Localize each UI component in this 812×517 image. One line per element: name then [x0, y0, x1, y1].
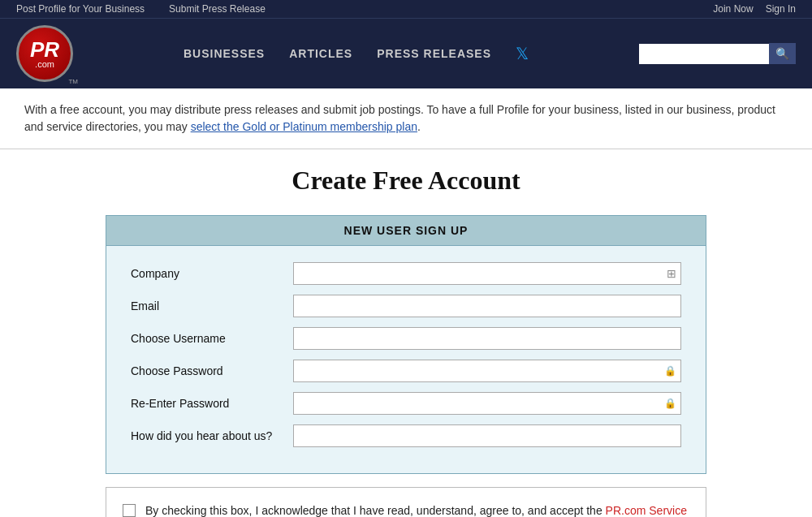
agreement-box: By checking this box, I acknowledge that… [106, 487, 706, 517]
username-row: Choose Username [131, 327, 681, 350]
form-header: NEW USER SIGN UP [106, 216, 706, 246]
username-label: Choose Username [131, 332, 293, 345]
password-label: Choose Password [131, 364, 293, 377]
nav-businesses[interactable]: BUSINESSES [184, 47, 265, 60]
join-now-link[interactable]: Join Now [713, 3, 753, 15]
password-input-wrapper: 🔒 [293, 360, 681, 382]
twitter-icon[interactable]: 𝕏 [516, 44, 529, 63]
email-input[interactable] [293, 295, 681, 317]
heardabout-row: How did you hear about us? [131, 424, 681, 447]
heardabout-input-wrapper [293, 424, 681, 447]
company-input[interactable] [293, 262, 681, 285]
search-button[interactable]: 🔍 [769, 43, 796, 64]
repassword-input-wrapper: 🔒 [293, 392, 681, 415]
top-nav-left: Post Profile for Your Business Submit Pr… [16, 3, 266, 15]
nav-articles[interactable]: ARTICLES [289, 47, 352, 60]
sign-in-link[interactable]: Sign In [766, 3, 796, 15]
post-profile-link[interactable]: Post Profile for Your Business [16, 3, 145, 15]
email-input-wrapper [293, 295, 681, 317]
info-bar: With a free account, you may distribute … [0, 88, 812, 149]
membership-link[interactable]: select the Gold or Platinum membership p… [191, 120, 417, 133]
info-text-after: . [417, 120, 421, 133]
page-title: Create Free Account [24, 166, 788, 196]
company-input-wrapper: ⊞ [293, 262, 681, 285]
submit-press-release-link[interactable]: Submit Press Release [169, 3, 266, 15]
top-nav-right: Join Now Sign In [713, 3, 796, 15]
logo: PR .com TM [16, 25, 73, 82]
heardabout-label: How did you hear about us? [131, 429, 293, 442]
repassword-label: Re-Enter Password [131, 397, 293, 410]
logo-circle: PR .com [16, 25, 73, 82]
signup-form-box: NEW USER SIGN UP Company ⊞ Email Choose … [106, 215, 706, 474]
email-row: Email [131, 295, 681, 317]
password-input[interactable] [293, 360, 681, 382]
agreement-text: By checking this box, I acknowledge that… [145, 502, 689, 517]
username-input-wrapper [293, 327, 681, 350]
header: PR .com TM BUSINESSES ARTICLES PRESS REL… [0, 18, 812, 88]
top-nav: Post Profile for Your Business Submit Pr… [0, 0, 812, 18]
logo-tm: TM [68, 78, 78, 85]
main-nav: BUSINESSES ARTICLES PRESS RELEASES 𝕏 [106, 44, 607, 63]
logo-pr-text: PR [30, 39, 59, 60]
repassword-row: Re-Enter Password 🔒 [131, 392, 681, 415]
search-bar: 🔍 [639, 43, 796, 64]
company-label: Company [131, 267, 293, 280]
repassword-input[interactable] [293, 392, 681, 415]
logo-dot-text: .com [35, 60, 54, 69]
nav-press-releases[interactable]: PRESS RELEASES [377, 47, 491, 60]
company-row: Company ⊞ [131, 262, 681, 285]
username-input[interactable] [293, 327, 681, 350]
agreement-text-before: By checking this box, I acknowledge that… [145, 504, 606, 517]
search-input[interactable] [639, 44, 769, 64]
heardabout-input[interactable] [293, 424, 681, 447]
main-content: Create Free Account NEW USER SIGN UP Com… [0, 149, 812, 517]
password-row: Choose Password 🔒 [131, 360, 681, 382]
form-body: Company ⊞ Email Choose Username [106, 246, 706, 473]
email-label: Email [131, 299, 293, 312]
agreement-checkbox[interactable] [123, 504, 136, 517]
